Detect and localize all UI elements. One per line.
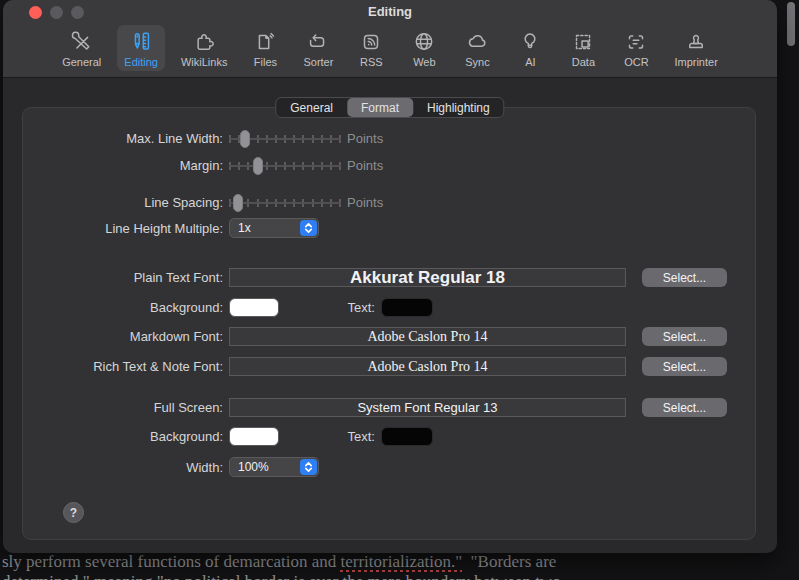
background-color-well[interactable] <box>229 298 279 317</box>
plain-text-font-label: Plain Text Font: <box>23 270 223 285</box>
toolbar-item-label: WikiLinks <box>181 56 227 68</box>
fullscreen-background-color-well[interactable] <box>229 427 279 446</box>
pen-ruler-icon <box>128 29 154 55</box>
data-frame-icon <box>570 29 596 55</box>
rich-text-font-select-button[interactable]: Select... <box>642 357 727 376</box>
chevron-updown-icon <box>300 459 317 475</box>
points-unit-label: Points <box>347 131 383 146</box>
ocr-scan-icon <box>623 29 649 55</box>
plain-text-font-field[interactable]: Akkurat Regular 18 <box>229 268 626 287</box>
line-spacing-row: Line Spacing: Points <box>23 193 755 213</box>
text-color-well[interactable] <box>381 298 433 317</box>
max-line-width-row: Max. Line Width: Points <box>23 129 755 149</box>
line-spacing-label: Line Spacing: <box>23 195 223 210</box>
full-screen-font-row: Full Screen: System Font Regular 13 Sele… <box>23 398 755 418</box>
toolbar-item-sync[interactable]: Sync <box>455 25 499 71</box>
toolbar-item-web[interactable]: Web <box>402 25 446 71</box>
toolbar-item-imprinter[interactable]: Imprinter <box>667 25 724 71</box>
slider-thumb[interactable] <box>253 157 263 175</box>
cloud-icon <box>464 29 490 55</box>
doc-text-pre: sly perform several functions of demarca… <box>2 552 340 571</box>
misspelled-word: territorialization." <box>340 552 462 571</box>
full-screen-font-field[interactable]: System Font Regular 13 <box>229 398 626 417</box>
chevron-updown-icon <box>300 220 317 236</box>
globe-icon <box>411 29 437 55</box>
text-color-label: Text: <box>305 300 375 315</box>
slider-track <box>229 165 341 167</box>
tab-highlighting[interactable]: Highlighting <box>413 98 504 117</box>
puzzle-icon <box>191 29 217 55</box>
max-line-width-slider[interactable] <box>229 130 341 148</box>
width-label: Width: <box>23 460 223 475</box>
points-unit-label: Points <box>347 195 383 210</box>
tools-icon <box>69 29 95 55</box>
margin-row: Margin: Points <box>23 156 755 176</box>
toolbar-item-general[interactable]: General <box>55 25 108 71</box>
markdown-font-row: Markdown Font: Adobe Caslon Pro 14 Selec… <box>23 327 755 347</box>
tab-general[interactable]: General <box>276 98 347 117</box>
background-document-line1: sly perform several functions of demarca… <box>2 552 797 572</box>
toolbar-item-files[interactable]: Files <box>243 25 287 71</box>
slider-thumb[interactable] <box>240 130 250 148</box>
toolbar-item-label: Sorter <box>303 56 333 68</box>
toolbar-item-data[interactable]: Data <box>561 25 605 71</box>
line-height-multiple-row: Line Height Multiple: 1x <box>23 218 755 238</box>
plain-text-font-row: Plain Text Font: Akkurat Regular 18 Sele… <box>23 268 755 288</box>
toolbar-item-sorter[interactable]: Sorter <box>296 25 340 71</box>
toolbar-item-ai[interactable]: AI <box>508 25 552 71</box>
rich-text-font-label: Rich Text & Note Font: <box>23 359 223 374</box>
doc-text-post: "Borders are <box>462 552 556 571</box>
preferences-content: General Format Highlighting Max. Line Wi… <box>3 78 777 553</box>
toolbar-item-label: OCR <box>624 56 648 68</box>
toolbar-item-label: RSS <box>360 56 383 68</box>
points-unit-label: Points <box>347 158 383 173</box>
toolbar: General Editing WikiLinks Files Sorter <box>3 24 777 71</box>
toolbar-item-label: AI <box>525 56 535 68</box>
sorter-loop-icon <box>305 29 331 55</box>
full-screen-select-button[interactable]: Select... <box>642 398 727 417</box>
toolbar-item-wikilinks[interactable]: WikiLinks <box>174 25 234 71</box>
margin-slider[interactable] <box>229 157 341 175</box>
background1-row: Background: Text: <box>23 298 755 318</box>
toolbar-item-ocr[interactable]: OCR <box>614 25 658 71</box>
margin-label: Margin: <box>23 158 223 173</box>
stamp-icon <box>683 29 709 55</box>
markdown-font-field[interactable]: Adobe Caslon Pro 14 <box>229 327 626 346</box>
toolbar-item-label: Files <box>254 56 277 68</box>
rich-text-font-field[interactable]: Adobe Caslon Pro 14 <box>229 357 626 376</box>
toolbar-item-label: Editing <box>124 56 158 68</box>
popup-value: 1x <box>230 221 300 235</box>
line-height-multiple-label: Line Height Multiple: <box>23 221 223 236</box>
width-popup[interactable]: 100% <box>229 457 319 477</box>
full-screen-label: Full Screen: <box>23 400 223 415</box>
slider-thumb[interactable] <box>233 194 243 212</box>
window-title: Editing <box>3 4 777 19</box>
help-button[interactable]: ? <box>63 502 84 523</box>
format-panel: Max. Line Width: Points Margin: <box>22 107 756 540</box>
background-document-line2: determined," meaning "no political borde… <box>2 572 797 580</box>
rss-icon <box>358 29 384 55</box>
text-color-label: Text: <box>305 429 375 444</box>
popup-value: 100% <box>230 460 300 474</box>
window-header: Editing General Editing WikiLinks File <box>3 0 777 78</box>
documents-icon <box>252 29 278 55</box>
markdown-font-select-button[interactable]: Select... <box>642 327 727 346</box>
lightbulb-icon <box>517 29 543 55</box>
document-scrollbar-thumb[interactable] <box>787 2 795 46</box>
rich-text-font-row: Rich Text & Note Font: Adobe Caslon Pro … <box>23 357 755 377</box>
plain-text-font-select-button[interactable]: Select... <box>642 268 727 287</box>
line-spacing-slider[interactable] <box>229 194 341 212</box>
fullscreen-text-color-well[interactable] <box>381 427 433 446</box>
titlebar[interactable]: Editing <box>3 0 777 24</box>
markdown-font-label: Markdown Font: <box>23 329 223 344</box>
preferences-window: Editing General Editing WikiLinks File <box>3 0 777 553</box>
tab-format[interactable]: Format <box>347 98 413 117</box>
background-label: Background: <box>23 429 223 444</box>
toolbar-item-label: General <box>62 56 101 68</box>
max-line-width-label: Max. Line Width: <box>23 131 223 146</box>
toolbar-item-editing[interactable]: Editing <box>117 25 165 71</box>
line-height-multiple-popup[interactable]: 1x <box>229 218 319 238</box>
toolbar-item-rss[interactable]: RSS <box>349 25 393 71</box>
toolbar-item-label: Sync <box>465 56 489 68</box>
screen: sly perform several functions of demarca… <box>0 0 799 580</box>
